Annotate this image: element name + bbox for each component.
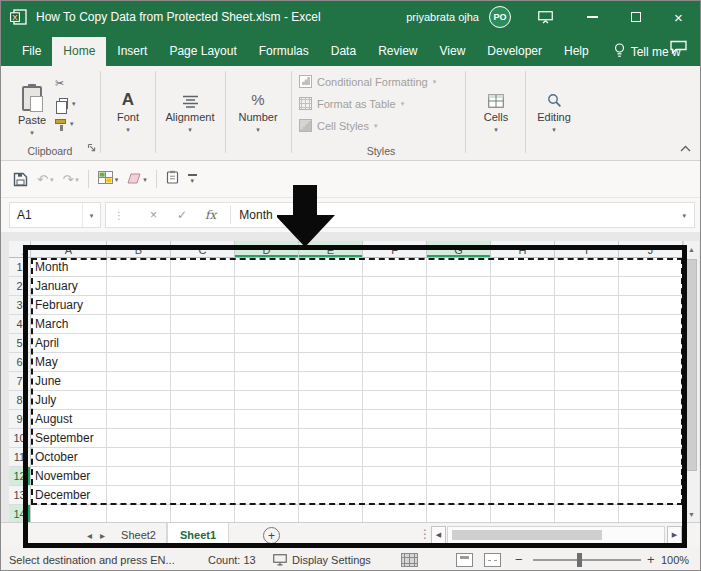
format-painter-button[interactable]: ▾ — [55, 116, 76, 130]
cell-G12[interactable] — [427, 467, 491, 486]
cell-A8[interactable]: July — [31, 391, 107, 410]
cell-H14[interactable] — [491, 505, 555, 522]
cell-B11[interactable] — [107, 448, 171, 467]
vertical-scrollbar-thumb[interactable] — [686, 259, 697, 471]
cell-C7[interactable] — [171, 372, 235, 391]
cell-H7[interactable] — [491, 372, 555, 391]
account-avatar[interactable]: PO — [489, 6, 511, 28]
zoom-slider-thumb[interactable] — [577, 553, 582, 567]
cell-I12[interactable] — [555, 467, 619, 486]
cell-C13[interactable] — [171, 486, 235, 505]
cell-G4[interactable] — [427, 315, 491, 334]
save-button[interactable] — [13, 172, 28, 187]
zoom-out-button[interactable]: − — [515, 547, 523, 571]
cell-G2[interactable] — [427, 277, 491, 296]
cell-G9[interactable] — [427, 410, 491, 429]
cell-C1[interactable] — [171, 258, 235, 277]
ribbon-tab-insert[interactable]: Insert — [106, 37, 158, 66]
cell-F3[interactable] — [363, 296, 427, 315]
comments-icon[interactable] — [670, 40, 687, 58]
row-header-12[interactable]: 12 — [9, 467, 31, 486]
cell-H13[interactable] — [491, 486, 555, 505]
cell-B12[interactable] — [107, 467, 171, 486]
hscroll-right-icon[interactable]: ▶ — [667, 526, 682, 544]
column-header-A[interactable]: A — [31, 241, 107, 258]
cell-J6[interactable] — [619, 353, 683, 372]
row-header-3[interactable]: 3 — [9, 296, 31, 315]
cell-B5[interactable] — [107, 334, 171, 353]
cell-J12[interactable] — [619, 467, 683, 486]
cell-I13[interactable] — [555, 486, 619, 505]
cell-A11[interactable]: October — [31, 448, 107, 467]
cell-B4[interactable] — [107, 315, 171, 334]
paste-button[interactable]: Paste ▾ — [11, 72, 53, 150]
cell-E13[interactable] — [299, 486, 363, 505]
column-header-B[interactable]: B — [107, 241, 171, 258]
cell-B2[interactable] — [107, 277, 171, 296]
column-header-I[interactable]: I — [555, 241, 619, 258]
row-header-2[interactable]: 2 — [9, 277, 31, 296]
cell-A1[interactable]: Month — [31, 258, 107, 277]
column-header-F[interactable]: F — [363, 241, 427, 258]
clipboard-dialog-launcher-icon[interactable] — [87, 138, 96, 156]
cell-D12[interactable] — [235, 467, 299, 486]
name-box[interactable]: A1 ▾ — [9, 202, 101, 228]
cell-I1[interactable] — [555, 258, 619, 277]
cell-F7[interactable] — [363, 372, 427, 391]
cell-F11[interactable] — [363, 448, 427, 467]
row-header-1[interactable]: 1 — [9, 258, 31, 277]
cell-G14[interactable] — [427, 505, 491, 522]
cancel-entry-icon[interactable]: × — [150, 208, 157, 222]
cell-A5[interactable]: April — [31, 334, 107, 353]
cell-A3[interactable]: February — [31, 296, 107, 315]
drag-handle-icon[interactable]: ⋮ — [114, 210, 124, 221]
ribbon-tab-view[interactable]: View — [429, 37, 477, 66]
scroll-up-icon[interactable]: ▲ — [684, 241, 699, 257]
row-header-5[interactable]: 5 — [9, 334, 31, 353]
cell-F1[interactable] — [363, 258, 427, 277]
cell-D6[interactable] — [235, 353, 299, 372]
customize-qat-button[interactable]: ▾ — [188, 174, 197, 184]
column-header-E[interactable]: E — [299, 241, 363, 258]
zoom-level[interactable]: 100% — [661, 547, 689, 571]
cell-C5[interactable] — [171, 334, 235, 353]
cell-G1[interactable] — [427, 258, 491, 277]
cell-A2[interactable]: January — [31, 277, 107, 296]
cell-J3[interactable] — [619, 296, 683, 315]
cell-F14[interactable] — [363, 505, 427, 522]
ribbon-tab-file[interactable]: File — [11, 37, 52, 66]
page-layout-view-button[interactable] — [456, 547, 473, 571]
cell-A6[interactable]: May — [31, 353, 107, 372]
cell-C11[interactable] — [171, 448, 235, 467]
cell-A7[interactable]: June — [31, 372, 107, 391]
cell-J11[interactable] — [619, 448, 683, 467]
cell-I9[interactable] — [555, 410, 619, 429]
new-sheet-button[interactable]: + — [263, 527, 280, 544]
copy-button[interactable]: ▾ — [55, 96, 76, 110]
undo-button[interactable]: ↶▾ — [37, 173, 53, 186]
sheet-tab-sheet2[interactable]: Sheet2 — [111, 523, 167, 547]
cell-H8[interactable] — [491, 391, 555, 410]
cell-D4[interactable] — [235, 315, 299, 334]
cell-E9[interactable] — [299, 410, 363, 429]
formula-input[interactable]: Month — [239, 208, 682, 222]
cell-I11[interactable] — [555, 448, 619, 467]
close-button[interactable]: × — [657, 1, 700, 33]
cell-H11[interactable] — [491, 448, 555, 467]
zoom-slider[interactable] — [533, 559, 641, 561]
cell-B8[interactable] — [107, 391, 171, 410]
font-group-button[interactable]: A Font ▾ — [105, 74, 151, 133]
normal-view-button[interactable] — [401, 547, 418, 571]
cell-I3[interactable] — [555, 296, 619, 315]
styles-item-conditional-formatting[interactable]: Conditional Formatting▾ — [299, 74, 463, 89]
cell-I6[interactable] — [555, 353, 619, 372]
clipboard-tool-button[interactable] — [166, 170, 179, 188]
cell-J7[interactable] — [619, 372, 683, 391]
column-header-J[interactable]: J — [619, 241, 683, 258]
cell-I8[interactable] — [555, 391, 619, 410]
cell-D13[interactable] — [235, 486, 299, 505]
cell-D9[interactable] — [235, 410, 299, 429]
cell-G3[interactable] — [427, 296, 491, 315]
cell-A14[interactable] — [31, 505, 107, 522]
ribbon-tab-developer[interactable]: Developer — [476, 37, 553, 66]
